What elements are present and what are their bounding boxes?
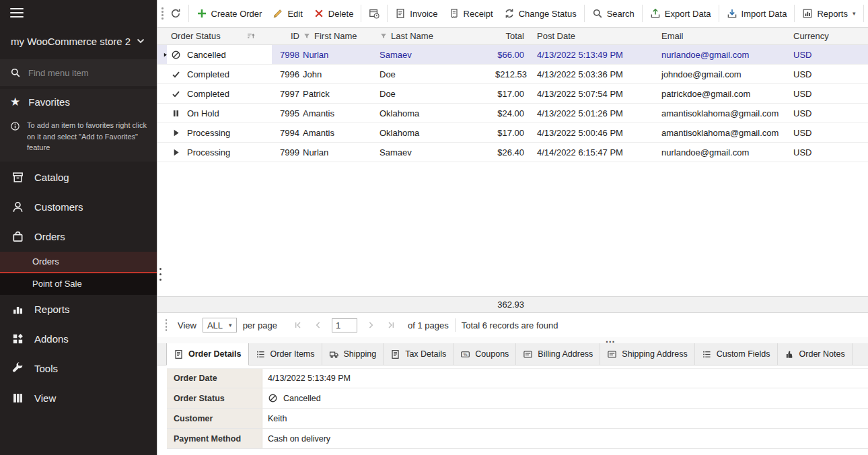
table-row[interactable]: Completed 7996 John Doe $212.53 4/13/202… [157, 65, 868, 84]
table-row[interactable]: Completed 7997 Patrick Doe $17.00 4/13/2… [157, 84, 868, 104]
sort-asc-icon [246, 32, 256, 41]
records-count-label: Total 6 records are found [462, 320, 558, 330]
first-name-cell: Patrick [300, 89, 377, 99]
tab-tax-details[interactable]: Tax Details [384, 343, 454, 365]
view-columns-icon [11, 392, 24, 405]
last-page-button[interactable] [384, 318, 398, 332]
table-row[interactable]: Processing 7994 Amantis Oklahoma $17.00 … [157, 123, 868, 143]
column-header-email[interactable]: Email [659, 31, 788, 41]
export-data-button[interactable]: Export Data [645, 3, 717, 24]
page-size-select[interactable]: ALL ▾ [203, 318, 237, 332]
menu-search-input[interactable] [28, 68, 147, 78]
table-row[interactable]: On Hold 7995 Amantis Oklahoma $24.00 4/1… [157, 104, 868, 123]
tab-billing-address[interactable]: Billing Address [516, 343, 600, 365]
reports-dropdown-button[interactable]: Reports▾ [797, 3, 861, 24]
tab-coupons[interactable]: Coupons [454, 343, 516, 365]
grid-empty-area [157, 162, 868, 296]
menu-search [0, 59, 157, 86]
invoice-document-icon [395, 8, 406, 19]
sidebar-item-tools[interactable]: Tools [0, 354, 157, 384]
sidebar-item-reports[interactable]: Reports [0, 295, 157, 324]
order-status-cell: Completed [167, 89, 272, 99]
view-dropdown-button[interactable]: View▾ [866, 3, 868, 24]
search-icon [592, 8, 603, 19]
post-date-cell: 4/13/2022 5:01:26 PM [534, 108, 659, 118]
grid-summary-row: 362.93 [157, 296, 868, 312]
edit-button[interactable]: Edit [267, 3, 308, 24]
store-selector[interactable]: my WooCommerce store 2 [0, 26, 157, 57]
panel-splitter: … [157, 337, 868, 343]
first-name-cell: Amantis [300, 108, 377, 118]
tab-custom-fields[interactable]: Custom Fields [695, 343, 778, 365]
currency-cell: USD [788, 128, 868, 138]
toolbar-drag-handle[interactable] [161, 7, 164, 20]
sidebar-item-orders[interactable]: Orders [0, 222, 157, 252]
page-number-input[interactable] [332, 318, 357, 332]
column-header-currency[interactable]: Currency [788, 31, 868, 41]
completed-check-icon [171, 89, 181, 99]
sidebar-item-view[interactable]: View [0, 384, 157, 413]
order-status-value: Cancelled [262, 388, 868, 408]
page-nav [291, 318, 398, 332]
change-status-button[interactable]: Change Status [499, 3, 582, 24]
currency-cell: USD [788, 108, 868, 118]
import-data-button[interactable]: Import Data [721, 3, 793, 24]
column-header-last-name[interactable]: Last Name [377, 31, 493, 41]
search-icon [10, 67, 21, 78]
sidebar-item-catalog[interactable]: Catalog [0, 163, 157, 193]
first-page-button[interactable] [291, 318, 305, 332]
sidebar-item-customers[interactable]: Customers [0, 193, 157, 222]
id-cell: 7996 [272, 69, 300, 79]
processing-play-icon [171, 128, 181, 138]
pager-drag-handle[interactable] [162, 319, 170, 331]
column-header-id[interactable]: ID [272, 31, 300, 41]
sidebar-subitem-orders[interactable]: Orders [0, 252, 157, 273]
table-row[interactable]: Cancelled 7998 Nurlan Samaev $66.00 4/13… [157, 45, 868, 65]
detail-label: Customer [167, 409, 262, 428]
favorites-section[interactable]: ★ Favorites [0, 89, 157, 114]
calendar-clock-button[interactable] [363, 3, 385, 24]
email-cell: amantisoklahoma@gmail.com [659, 108, 788, 118]
refresh-button[interactable] [165, 3, 186, 24]
column-header-post-date[interactable]: Post Date [534, 31, 659, 41]
next-page-button[interactable] [364, 318, 377, 332]
sidebar-splitter[interactable] [158, 265, 162, 283]
currency-cell: USD [788, 50, 868, 60]
column-header-first-name[interactable]: First Name [300, 31, 377, 41]
tab-shipping[interactable]: Shipping [322, 343, 384, 365]
receipt-button[interactable]: Receipt [443, 3, 499, 24]
on-hold-pause-icon [171, 108, 181, 118]
invoice-button[interactable]: Invoice [390, 3, 443, 24]
search-button[interactable]: Search [587, 3, 640, 24]
customer-value: Keith [262, 409, 868, 428]
order-status-cell: Processing [167, 128, 272, 138]
splitter-handle[interactable]: … [605, 333, 616, 345]
hamburger-menu-button[interactable] [0, 0, 157, 26]
orders-bag-icon [11, 230, 24, 243]
tab-shipping-address[interactable]: Shipping Address [600, 343, 694, 365]
sidebar-item-addons[interactable]: Addons [0, 324, 157, 354]
column-header-order-status[interactable]: Order Status [167, 31, 272, 41]
sidebar-subitem-point-of-sale[interactable]: Point of Sale [0, 273, 157, 295]
currency-cell: USD [788, 69, 868, 79]
tab-order-notes[interactable]: Order Notes [778, 343, 853, 365]
last-page-icon [386, 320, 396, 330]
column-header-total[interactable]: Total [493, 31, 534, 41]
cancelled-icon [268, 393, 278, 403]
main-content: Create Order Edit Delete Invoice Receipt… [157, 0, 868, 455]
cancelled-icon [171, 50, 181, 60]
email-cell: patrickdoe@gmail.com [659, 89, 788, 99]
create-order-button[interactable]: Create Order [191, 3, 268, 24]
import-down-icon [727, 8, 737, 19]
view-label: View [178, 320, 196, 330]
table-row[interactable]: Processing 7999 Nurlan Samaev $26.40 4/1… [157, 143, 868, 162]
row-indicator [157, 52, 167, 58]
tab-order-items[interactable]: Order Items [249, 343, 322, 365]
tax-details-icon [390, 349, 400, 359]
shipping-address-icon [607, 349, 617, 359]
previous-page-button[interactable] [312, 318, 325, 332]
payment-method-value: Cash on delivery [262, 429, 868, 448]
delete-button[interactable]: Delete [308, 3, 359, 24]
last-name-cell: Samaev [377, 147, 493, 158]
tab-order-details[interactable]: Order Details [166, 343, 249, 365]
